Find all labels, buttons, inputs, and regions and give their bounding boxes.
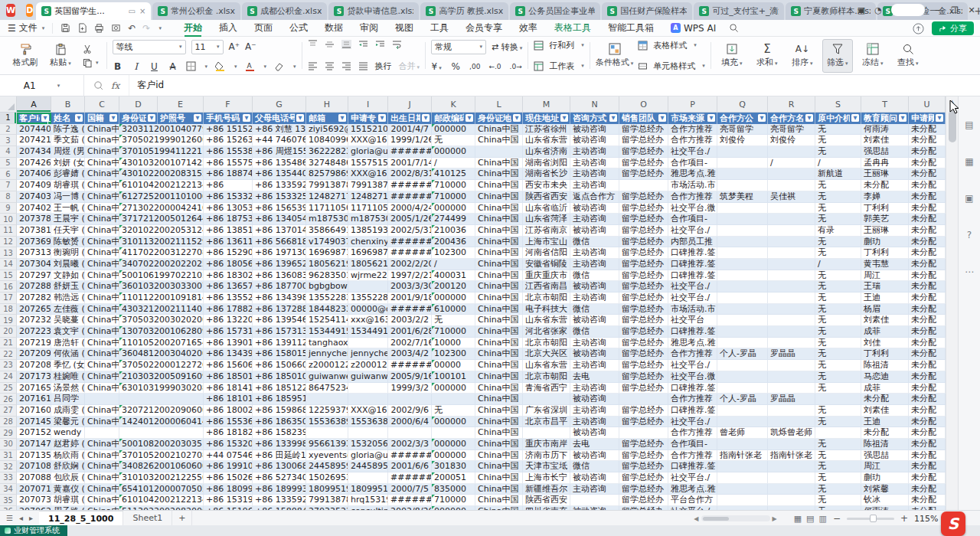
cell-P18[interactable]: 市场活动.市 (668, 304, 717, 315)
cell-S18[interactable]: 无 (815, 304, 861, 315)
header-cell-P1[interactable]: 市场来源▼ (668, 113, 717, 124)
cell-C28[interactable]: China中国 (85, 417, 119, 428)
header-cell-O1[interactable]: 销售团队▼ (619, 113, 668, 124)
cell-R4[interactable] (768, 146, 815, 158)
cell-I3[interactable]: XXX@163.c (348, 135, 388, 146)
cell-M27[interactable]: 广东省深圳 (523, 405, 570, 417)
cell-K32[interactable]: 301830 (432, 461, 475, 472)
cell-R23[interactable] (768, 360, 815, 371)
cell-F18[interactable]: +86 17882007 (204, 304, 253, 315)
zoom-out-icon[interactable]: − (833, 513, 841, 524)
file-tab[interactable]: S英国留学生...▭× (36, 2, 151, 20)
cell-I14[interactable]: 180562199 (348, 259, 388, 270)
row-number-35[interactable]: 35 (0, 495, 17, 506)
cell-M28[interactable]: 北京市昌平 (523, 417, 570, 428)
cell-U34[interactable]: 未分配 (909, 484, 946, 495)
cell-M21[interactable]: 北京市朝阳 (523, 338, 570, 349)
cell-P10[interactable]: 合作项目- (668, 214, 717, 225)
header-cell-J1[interactable]: 出生日期▼ (388, 113, 432, 124)
row-number-13[interactable]: 13 (0, 247, 17, 259)
cell-D10[interactable]: 371721200501264452 (119, 214, 204, 225)
cell-O3[interactable]: 留学总经办 (619, 135, 668, 146)
header-cell-N1[interactable]: 咨询方式▼ (570, 113, 619, 124)
cell-T31[interactable]: 强思喆 (861, 450, 909, 462)
align-top-icon[interactable] (308, 40, 318, 49)
cell-U12[interactable]: 未分配 (909, 237, 946, 248)
cell-G23[interactable]: +86 1506607386 (253, 360, 306, 371)
cell-L23[interactable]: China中国 (475, 360, 523, 371)
cell-O10[interactable]: 留学总经办 (619, 214, 668, 225)
cell-B7[interactable]: 胡睿琪 (女 (51, 180, 85, 191)
cell-S23[interactable]: 无 (815, 360, 861, 371)
cell-M25[interactable]: 青海省西宁 (523, 383, 570, 394)
cell-A33[interactable]: 207088 (17, 472, 51, 484)
cell-K17[interactable]: 000000 (432, 293, 475, 304)
cell-R29[interactable]: 凯烁曾老师 (768, 427, 815, 439)
cell-F31[interactable]: +44 07546918 (204, 450, 253, 462)
file-tab[interactable]: S贷款申请信息.xlsx (328, 2, 419, 20)
cell-P26[interactable]: 合作方推荐 (668, 394, 717, 405)
cell-T11[interactable]: 王丽琳 (861, 225, 909, 237)
cell-C31[interactable]: China中国 (85, 450, 119, 462)
cell-S35[interactable]: 无 (815, 495, 861, 506)
cell-C16[interactable]: China中国 (85, 281, 119, 293)
align-center-icon[interactable] (325, 61, 335, 70)
menu-tab-视图[interactable]: 视图 (387, 20, 422, 37)
cell-Q7[interactable] (717, 180, 768, 191)
cell-M10[interactable]: 山东省菏泽 (523, 214, 570, 225)
cell-O31[interactable]: 留学总经办 (619, 450, 668, 462)
cell-F14[interactable]: +86 18056219 (204, 259, 253, 270)
cell-M17[interactable]: 北京市朝阳 (523, 293, 570, 304)
cell-U24[interactable]: 未分配 (909, 371, 946, 383)
cell-J30[interactable]: 2002/3/3 (388, 439, 432, 450)
cell-L27[interactable]: China中国 (475, 405, 523, 417)
cell-D33[interactable]: 310103200212255069 (119, 472, 204, 484)
strikethrough-button[interactable]: A (168, 61, 178, 72)
cell-F6[interactable]: +86 18874129 (204, 168, 253, 180)
increase-font-button[interactable]: A⁺ (229, 41, 240, 52)
cell-A25[interactable]: 207165 (17, 383, 51, 394)
borders-button[interactable] (186, 61, 196, 71)
cell-G4[interactable]: +86 周煜155380 (253, 146, 306, 158)
cell-A14[interactable]: 207304 (17, 259, 51, 270)
font-size-select[interactable]: 11▾ (191, 40, 224, 54)
cell-F11[interactable]: +86 13851932 (204, 225, 253, 237)
cell-D27[interactable]: 320721200209060081 (119, 405, 204, 417)
cell-H20[interactable]: 153449155 (306, 326, 348, 338)
cell-M2[interactable]: 江苏省徐州 (523, 124, 570, 136)
cell-L21[interactable]: China中国 (475, 338, 523, 349)
cell-R34[interactable] (768, 484, 815, 495)
filter-dropdown-icon[interactable]: ▼ (422, 114, 430, 122)
cell-P9[interactable]: 社交平台.微 (668, 203, 717, 214)
sheet-list-icon[interactable]: ☰ (6, 514, 13, 522)
cell-B34[interactable]: 黄嘉仪 (女 (51, 484, 85, 495)
cell-J25[interactable]: 1999/3/2 (388, 383, 432, 394)
cell-J17[interactable]: 2001/9/18 (388, 293, 432, 304)
cell-L19[interactable]: China中国 (475, 315, 523, 326)
sheet-next-icon[interactable]: ▸ (29, 514, 33, 522)
cell-Q31[interactable]: 指南针张老 (717, 450, 768, 462)
cell-P13[interactable]: 口碑推荐.签 (668, 247, 717, 259)
cell-D16[interactable]: 360103200303300725 (119, 281, 204, 293)
redo-icon[interactable]: ↷ (142, 23, 150, 34)
cell-C35[interactable]: China中国 (85, 495, 119, 506)
cell-U28[interactable]: 未分配 (909, 417, 946, 428)
cell-S17[interactable]: 无 (815, 293, 861, 304)
cell-P15[interactable]: 口碑推荐.签 (668, 270, 717, 282)
cell-A28[interactable]: 207145 (17, 417, 51, 428)
vertical-scrollbar[interactable]: ▲ (946, 96, 958, 510)
row-number-12[interactable]: 12 (0, 237, 17, 248)
cell-D5[interactable]: 430103200107142529 (119, 158, 204, 169)
cell-C3[interactable]: China中国 (85, 135, 119, 146)
cell-B18[interactable]: 左佳薇 (女 (51, 304, 85, 315)
cell-Q11[interactable] (717, 225, 768, 237)
cell-T30[interactable]: 陈祖清 (861, 439, 909, 450)
cell-U18[interactable]: 未分配 (909, 304, 946, 315)
cell-H15[interactable]: 962835011 (306, 270, 348, 282)
filter-dropdown-icon[interactable]: ▼ (805, 114, 813, 122)
cell-A17[interactable]: 207282 (17, 293, 51, 304)
cell-F21[interactable]: +86 13901242 (204, 338, 253, 349)
cell-L17[interactable]: China中国 (475, 293, 523, 304)
cell-B19[interactable]: 吴晓蔓 (女 (51, 315, 85, 326)
cell-G32[interactable]: +86 1300682663 (253, 461, 306, 472)
